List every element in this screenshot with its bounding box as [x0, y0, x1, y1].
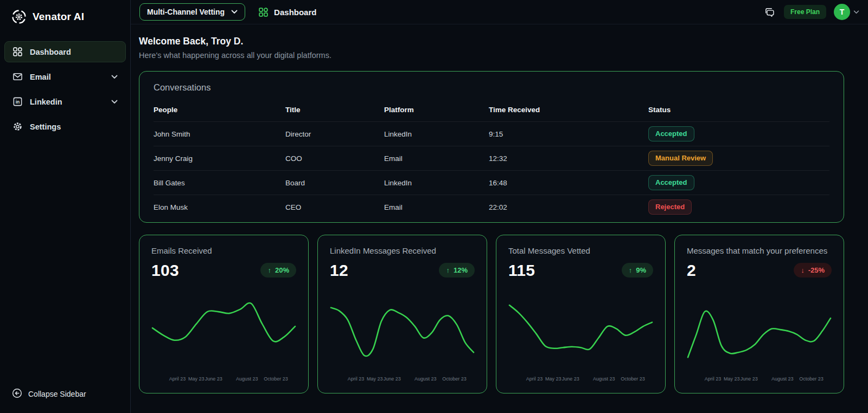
- cell-people: John Smith: [154, 130, 285, 138]
- trend-up-icon: ↑: [446, 266, 450, 274]
- cell-people: Elon Musk: [154, 203, 285, 211]
- table-header: People Title Platform Time Received Stat…: [154, 101, 829, 121]
- page-crumb: Dashboard: [258, 7, 316, 17]
- axis-label: August 23: [414, 376, 437, 382]
- stat-card-preference-matches: Messages that match your preferences 2 ↓…: [674, 235, 844, 393]
- stat-card-emails-received: Emails Received 103 ↑ 20% April 23 May 2…: [139, 235, 309, 393]
- axis-label: April 23: [526, 376, 543, 382]
- stat-title: LinkedIn Messages Received: [330, 245, 475, 257]
- cell-time: 16:48: [489, 179, 648, 187]
- stat-value: 103: [151, 261, 179, 280]
- cell-people: Bill Gates: [154, 179, 285, 187]
- cell-platform: Email: [384, 154, 489, 163]
- column-header: Status: [648, 106, 829, 114]
- chevron-down-icon: [853, 10, 859, 14]
- gear-icon: [12, 121, 23, 132]
- dashboard-grid-icon: [12, 47, 23, 57]
- stat-card-linkedin-received: LinkedIn Messages Received 12 ↑ 12% Apri…: [317, 235, 487, 393]
- axis-label: May 23: [188, 376, 205, 382]
- axis-label: October 23: [799, 376, 824, 382]
- chevron-down-icon: [111, 100, 118, 104]
- axis-label: August 23: [236, 376, 258, 382]
- status-badge: Manual Review: [648, 151, 713, 166]
- chart-x-axis: April 23 May 23 June 23 August 23 Octobe…: [330, 376, 475, 383]
- axis-label: June 23: [384, 376, 401, 382]
- trend-up-icon: ↑: [267, 266, 271, 274]
- trend-badge: ↓ -25%: [794, 263, 832, 278]
- chat-button[interactable]: [763, 5, 776, 18]
- sidebar-item-label: Email: [30, 73, 51, 81]
- conversations-card: Conversations People Title Platform Time…: [139, 71, 844, 223]
- channel-select[interactable]: Multi-Channel Vetting: [139, 3, 245, 21]
- stat-cards: Emails Received 103 ↑ 20% April 23 May 2…: [139, 235, 844, 393]
- cell-title: COO: [285, 154, 384, 163]
- axis-label: May 23: [367, 376, 383, 382]
- trend-badge: ↑ 20%: [260, 263, 296, 278]
- trend-change: 9%: [636, 266, 646, 274]
- page-crumb-label: Dashboard: [274, 8, 316, 17]
- sidebar-item-linkedin[interactable]: in Linkedin: [4, 91, 126, 112]
- cell-title: Board: [285, 179, 384, 187]
- column-header: People: [154, 106, 285, 114]
- page-title: Welcome Back, Troy D.: [139, 36, 844, 47]
- trend-down-icon: ↓: [801, 266, 805, 274]
- table-row: Jenny Craig COO Email 12:32 Manual Revie…: [154, 146, 829, 170]
- stat-title: Messages that match your preferences: [687, 245, 832, 257]
- status-badge: Rejected: [648, 199, 692, 215]
- topbar: Multi-Channel Vetting Dashboard: [131, 0, 868, 24]
- stat-value: 115: [508, 261, 535, 280]
- cell-platform: LinkedIn: [384, 130, 489, 138]
- channel-select-value: Multi-Channel Vetting: [147, 8, 225, 16]
- column-header: Platform: [384, 106, 489, 114]
- conversations-title: Conversations: [154, 82, 829, 93]
- sparkline-chart: [151, 283, 296, 373]
- linkedin-icon: in: [12, 96, 23, 107]
- axis-label: August 23: [593, 376, 615, 382]
- sidebar-item-label: Settings: [30, 122, 61, 131]
- cell-platform: Email: [384, 203, 489, 211]
- axis-label: May 23: [724, 376, 740, 382]
- axis-label: June 23: [562, 376, 579, 382]
- sidebar-item-email[interactable]: Email: [4, 66, 126, 87]
- user-menu[interactable]: T: [834, 4, 859, 20]
- sidebar-item-label: Linkedin: [30, 98, 62, 106]
- trend-badge: ↑ 9%: [622, 263, 653, 278]
- status-badge: Accepted: [648, 126, 694, 141]
- axis-label: August 23: [771, 376, 794, 382]
- collapse-sidebar-label: Collapse Sidebar: [28, 390, 86, 398]
- chevron-down-icon: [231, 10, 238, 14]
- table-row: Elon Musk CEO Email 22:02 Rejected: [154, 195, 829, 219]
- stat-title: Total Messages Vetted: [508, 245, 653, 257]
- axis-label: April 23: [705, 376, 722, 382]
- brand: Venator AI: [0, 0, 130, 35]
- collapse-arrow-icon: [12, 388, 22, 400]
- dashboard-grid-icon: [258, 7, 269, 17]
- axis-label: June 23: [205, 376, 222, 382]
- sidebar-item-label: Dashboard: [30, 48, 71, 56]
- chevron-down-icon: [111, 75, 118, 79]
- chart-x-axis: April 23 May 23 June 23 August 23 Octobe…: [687, 376, 832, 383]
- cell-time: 9:15: [489, 130, 648, 138]
- stat-value: 2: [687, 261, 696, 280]
- trend-change: -25%: [808, 266, 825, 274]
- cell-platform: LinkedIn: [384, 179, 489, 187]
- cell-people: Jenny Craig: [154, 154, 285, 163]
- sidebar-item-dashboard[interactable]: Dashboard: [4, 41, 126, 62]
- chart-x-axis: April 23 May 23 June 23 August 23 Octobe…: [508, 376, 653, 383]
- avatar: T: [834, 4, 850, 20]
- axis-label: April 23: [169, 376, 186, 382]
- sparkline-chart: [687, 283, 832, 373]
- collapse-sidebar-button[interactable]: Collapse Sidebar: [0, 377, 130, 413]
- trend-change: 20%: [275, 266, 289, 274]
- column-header: Time Received: [489, 106, 648, 114]
- page-subtitle: Here's what happening across all your di…: [139, 51, 844, 60]
- status-badge: Accepted: [648, 175, 694, 190]
- envelope-icon: [12, 72, 23, 82]
- chart-x-axis: April 23 May 23 June 23 August 23 Octobe…: [151, 376, 296, 383]
- trend-badge: ↑ 12%: [439, 263, 475, 278]
- chat-bubbles-icon: [764, 7, 775, 17]
- sidebar-item-settings[interactable]: Settings: [4, 116, 126, 137]
- column-header: Title: [285, 106, 384, 114]
- axis-label: June 23: [741, 376, 758, 382]
- sparkline-chart: [508, 283, 653, 373]
